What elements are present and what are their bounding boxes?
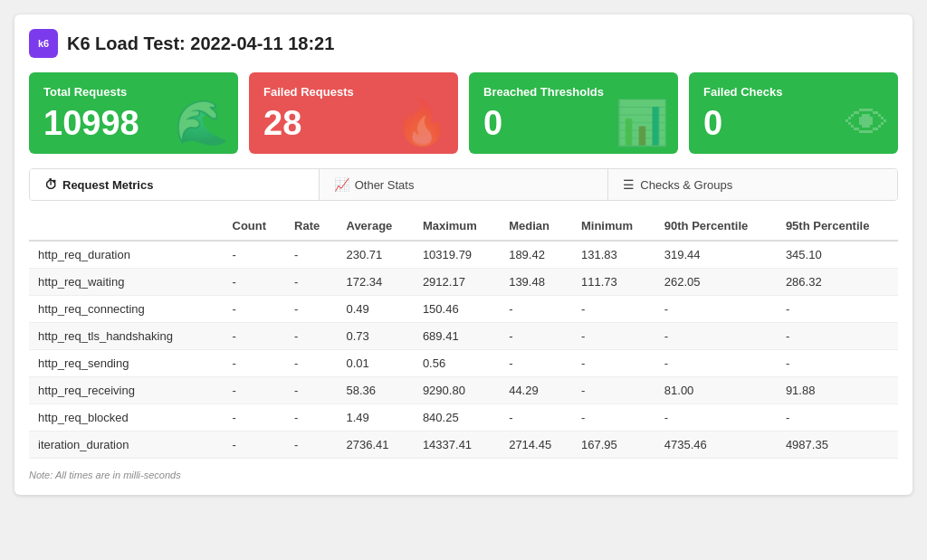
table-col-header-8: 95th Percentile	[777, 212, 898, 241]
table-cell-7-8: 4987.35	[777, 432, 898, 459]
table-cell-3-8: -	[777, 323, 898, 350]
table-cell-5-0: http_req_receiving	[29, 377, 224, 404]
table-cell-3-5: -	[500, 323, 572, 350]
table-cell-0-5: 189.42	[500, 241, 572, 269]
tab-icon-checks-groups: ☰	[623, 177, 635, 192]
table-cell-6-7: -	[655, 404, 777, 432]
table-cell-6-0: http_req_blocked	[29, 404, 224, 432]
metric-card-title: Total Requests	[43, 85, 224, 99]
table-col-header-4: Maximum	[414, 212, 500, 241]
tab-label-other-stats: Other Stats	[355, 178, 415, 192]
table-cell-3-1: -	[224, 323, 286, 350]
table-cell-4-2: -	[285, 350, 337, 377]
table-col-header-3: Average	[337, 212, 413, 241]
table-cell-2-4: 150.46	[414, 296, 500, 323]
tabs-container: ⏱Request Metrics📈Other Stats☰Checks & Gr…	[29, 168, 898, 201]
table-row: http_req_connecting--0.49150.46----	[29, 296, 898, 323]
table-cell-5-4: 9290.80	[414, 377, 500, 404]
table-cell-2-5: -	[500, 296, 572, 323]
metric-card-total-requests: Total Requests 10998 🌊	[29, 72, 238, 154]
table-cell-1-3: 172.34	[337, 269, 413, 296]
table-cell-0-0: http_req_duration	[29, 241, 224, 269]
table-row: http_req_receiving--58.369290.8044.29-81…	[29, 377, 898, 404]
header: k6 K6 Load Test: 2022-04-11 18:21	[29, 29, 898, 58]
tab-other-stats[interactable]: 📈Other Stats	[320, 169, 609, 200]
table-body: http_req_duration--230.7110319.79189.421…	[29, 241, 898, 459]
table-cell-1-0: http_req_waiting	[29, 269, 224, 296]
table-cell-0-1: -	[224, 241, 286, 269]
tab-checks-groups[interactable]: ☰Checks & Groups	[608, 169, 897, 200]
table-cell-7-3: 2736.41	[337, 432, 413, 459]
table-col-header-6: Minimum	[572, 212, 655, 241]
metrics-cards: Total Requests 10998 🌊 Failed Requests 2…	[29, 72, 898, 154]
tab-icon-request-metrics: ⏱	[44, 177, 57, 192]
table-cell-1-5: 139.48	[500, 269, 572, 296]
table-cell-6-6: -	[572, 404, 655, 432]
footer-note: Note: All times are in milli-seconds	[29, 470, 898, 480]
table-cell-2-3: 0.49	[337, 296, 413, 323]
table-cell-4-8: -	[777, 350, 898, 377]
tab-icon-other-stats: 📈	[334, 177, 349, 192]
table-cell-1-8: 286.32	[777, 269, 898, 296]
table-cell-7-1: -	[224, 432, 286, 459]
table-cell-0-4: 10319.79	[414, 241, 500, 269]
table-col-header-1: Count	[224, 212, 286, 241]
table-row: iteration_duration--2736.4114337.412714.…	[29, 432, 898, 459]
table-cell-1-2: -	[285, 269, 337, 296]
table-cell-4-3: 0.01	[337, 350, 413, 377]
table-col-header-5: Median	[500, 212, 572, 241]
table-col-header-0	[29, 212, 224, 241]
table-cell-7-2: -	[285, 432, 337, 459]
table-cell-1-1: -	[224, 269, 286, 296]
metrics-table: CountRateAverageMaximumMedianMinimum90th…	[29, 212, 898, 459]
table-header-row: CountRateAverageMaximumMedianMinimum90th…	[29, 212, 898, 241]
table-cell-5-7: 81.00	[655, 377, 777, 404]
table-cell-2-6: -	[572, 296, 655, 323]
table-cell-6-8: -	[777, 404, 898, 432]
table-cell-2-1: -	[224, 296, 286, 323]
table-row: http_req_tls_handshaking--0.73689.41----	[29, 323, 898, 350]
table-cell-7-7: 4735.46	[655, 432, 777, 459]
table-row: http_req_duration--230.7110319.79189.421…	[29, 241, 898, 269]
table-cell-4-6: -	[572, 350, 655, 377]
metric-card-failed-requests: Failed Requests 28 🔥	[249, 72, 458, 154]
table-cell-5-5: 44.29	[500, 377, 572, 404]
table-cell-5-8: 91.88	[777, 377, 898, 404]
table-cell-6-3: 1.49	[337, 404, 413, 432]
table-cell-4-1: -	[224, 350, 286, 377]
table-cell-3-0: http_req_tls_handshaking	[29, 323, 224, 350]
table-cell-5-2: -	[285, 377, 337, 404]
table-cell-3-6: -	[572, 323, 655, 350]
metric-card-title: Breached Thresholds	[483, 85, 664, 99]
metric-card-failed-checks: Failed Checks 0 👁	[689, 72, 898, 154]
table-cell-7-6: 167.95	[572, 432, 655, 459]
metric-card-icon: 🔥	[395, 98, 449, 148]
table-cell-3-4: 689.41	[414, 323, 500, 350]
table-cell-4-0: http_req_sending	[29, 350, 224, 377]
table-cell-0-6: 131.83	[572, 241, 655, 269]
table-cell-0-2: -	[285, 241, 337, 269]
table-cell-0-3: 230.71	[337, 241, 413, 269]
table-cell-7-0: iteration_duration	[29, 432, 224, 459]
table-cell-5-1: -	[224, 377, 286, 404]
table-cell-4-4: 0.56	[414, 350, 500, 377]
table-cell-4-5: -	[500, 350, 572, 377]
table-cell-7-4: 14337.41	[414, 432, 500, 459]
table-cell-3-3: 0.73	[337, 323, 413, 350]
table-cell-5-6: -	[572, 377, 655, 404]
metric-card-icon: 👁	[846, 99, 889, 148]
k6-logo: k6	[29, 29, 58, 58]
table-cell-2-2: -	[285, 296, 337, 323]
table-cell-7-5: 2714.45	[500, 432, 572, 459]
table-cell-2-7: -	[655, 296, 777, 323]
table-row: http_req_sending--0.010.56----	[29, 350, 898, 377]
metric-card-title: Failed Requests	[263, 85, 444, 99]
table-cell-5-3: 58.36	[337, 377, 413, 404]
table-cell-2-8: -	[777, 296, 898, 323]
table-cell-3-2: -	[285, 323, 337, 350]
table-cell-6-1: -	[224, 404, 286, 432]
table-cell-0-8: 345.10	[777, 241, 898, 269]
tab-request-metrics[interactable]: ⏱Request Metrics	[30, 169, 320, 200]
table-row: http_req_waiting--172.342912.17139.48111…	[29, 269, 898, 296]
tab-label-request-metrics: Request Metrics	[62, 178, 153, 192]
